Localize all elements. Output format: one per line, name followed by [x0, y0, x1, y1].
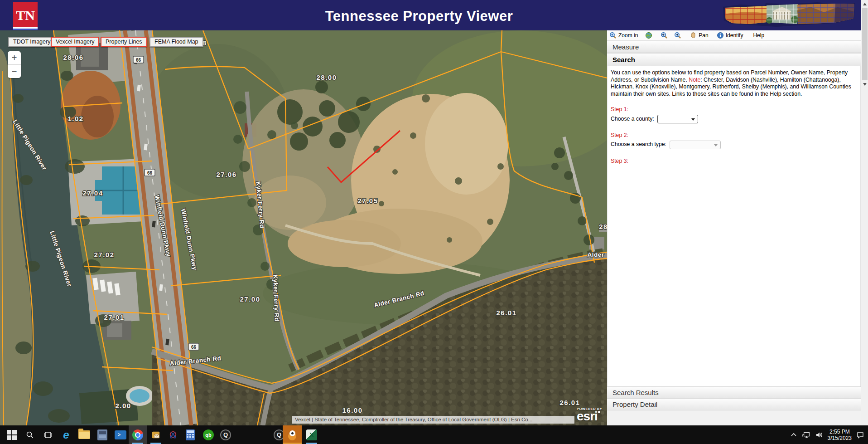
county-dropdown[interactable]: [657, 115, 698, 123]
parcel-label: 26.01: [559, 399, 580, 406]
pan-hand-icon: [690, 32, 697, 39]
taskbar-chrome[interactable]: [129, 425, 147, 444]
toolbar-zoom-in[interactable]: Zoom in: [609, 32, 638, 39]
windows-logo-icon: [7, 430, 17, 440]
route-shield-label: 66: [147, 171, 153, 176]
choose-county-label: Choose a county:: [611, 116, 654, 123]
tennessee-banner-image: [722, 0, 856, 29]
toolbar-identify[interactable]: Identify: [717, 32, 743, 39]
file-explorer-icon: [78, 430, 90, 439]
search-icon: [26, 431, 34, 439]
zoom-in-button[interactable]: +: [8, 51, 21, 64]
action-center-icon[interactable]: [856, 431, 864, 439]
scissors-icon: [169, 431, 177, 439]
system-tray: 2:55 PM 3/15/2023: [790, 425, 864, 444]
chrome-icon: [132, 429, 143, 440]
chevron-down-icon: [691, 118, 695, 121]
outlook-icon: [152, 431, 160, 439]
taskbar-file-explorer[interactable]: [75, 425, 93, 444]
identify-info-icon: [717, 32, 724, 39]
step2-label: Step 2:: [611, 132, 856, 139]
app-header: TN Tennessee Property Viewer: [0, 0, 861, 30]
start-button[interactable]: [3, 425, 21, 444]
section-search[interactable]: Search: [607, 53, 861, 66]
zoom-out-button[interactable]: −: [8, 64, 21, 78]
toolbar-full-extent[interactable]: [645, 32, 652, 39]
volume-icon[interactable]: [815, 431, 823, 439]
section-measure[interactable]: Measure: [607, 41, 861, 53]
esri-logo-dot: [598, 411, 600, 413]
zoom-previous-icon: [661, 32, 668, 39]
toolbar-previous-extent[interactable]: [661, 32, 668, 39]
taskbar-excel[interactable]: X: [303, 425, 321, 444]
parcel-label: 2.00: [115, 402, 131, 410]
toolbar-identify-label: Identify: [726, 32, 743, 39]
parcel-label: 27.00: [240, 295, 260, 303]
step1-label: Step 1:: [611, 106, 856, 113]
cartoon-eye-app-icon: [286, 429, 298, 441]
toolbar-pan[interactable]: Pan: [690, 32, 708, 39]
taskbar-powershell[interactable]: >_: [111, 425, 130, 444]
section-property-detail[interactable]: Property Detail: [607, 398, 861, 410]
zoom-in-icon: [609, 32, 617, 39]
tray-expand-chevron-icon[interactable]: [790, 431, 798, 439]
route-shield-label: 66: [136, 58, 141, 63]
calculator-icon: [186, 429, 195, 440]
scroll-down-arrow-icon[interactable]: [863, 83, 867, 86]
taskbar-outlook[interactable]: [147, 425, 165, 444]
network-icon[interactable]: [802, 431, 810, 439]
page-title: Tennessee Property Viewer: [0, 8, 838, 24]
internet-explorer-icon: e: [63, 429, 69, 440]
parcel-label: 26.01: [496, 309, 516, 317]
clock-date: 3/15/2023: [828, 435, 852, 441]
layer-button-fema-flood-map[interactable]: FEMA Flood Map: [149, 37, 203, 47]
parcel-label: 16.00: [342, 406, 362, 414]
toolbox-icon: [97, 429, 107, 440]
search-panel-content: You can use the options below to find pr…: [607, 66, 861, 386]
map-canvas[interactable]: 66 66 66 Little Pigeon River Little Pige…: [0, 30, 607, 425]
parcel-label: 27.02: [94, 251, 114, 259]
globe-icon: [645, 32, 652, 39]
side-panel: Zoom in: [607, 30, 861, 425]
taskbar-calculator[interactable]: [181, 425, 199, 444]
layer-button-vexcel-imagery[interactable]: Vexcel Imagery: [51, 37, 99, 47]
chevron-down-icon: [714, 144, 718, 146]
parcel-label: 28.00: [316, 73, 337, 81]
note-label: Note: [689, 77, 700, 83]
scroll-up-arrow-icon[interactable]: [863, 3, 867, 5]
esri-logo-block: POWERED BY esri: [577, 407, 607, 422]
vertical-scrollbar[interactable]: [861, 0, 868, 425]
taskbar-quickbooks[interactable]: qb: [199, 425, 217, 444]
windows-taskbar: e >_: [0, 425, 868, 444]
layer-button-tdot-imagery[interactable]: TDOT Imagery: [8, 37, 55, 47]
aerial-imagery: 66 66 66 Little Pigeon River Little Pige…: [0, 30, 607, 425]
powershell-icon: >_: [115, 430, 126, 439]
search-intro-text: You can use the options below to find pr…: [611, 69, 856, 98]
map-attribution: Vexcel | State of Tennessee, Comptroller…: [292, 416, 574, 424]
taskbar-snipping-tool[interactable]: [164, 425, 182, 444]
taskbar-admin-tools[interactable]: [93, 425, 111, 444]
search-type-dropdown[interactable]: [670, 141, 721, 149]
panel-filler: [607, 410, 861, 425]
scrollbar-thumb[interactable]: [862, 8, 868, 80]
esri-logo: esri: [577, 409, 598, 423]
taskbar-q-app[interactable]: Q: [217, 425, 235, 444]
toolbar-next-extent[interactable]: [674, 32, 681, 39]
task-view-button[interactable]: [39, 425, 57, 444]
taskbar-active-orange-app[interactable]: [283, 425, 302, 444]
task-view-icon: [44, 431, 52, 439]
map-toolbar: Zoom in: [607, 30, 861, 41]
layer-button-property-lines[interactable]: Property Lines: [101, 37, 147, 47]
clock-time: 2:55 PM: [828, 429, 852, 435]
toolbar-help-label: Help: [753, 32, 764, 39]
taskbar-internet-explorer[interactable]: e: [57, 425, 75, 444]
toolbar-pan-label: Pan: [699, 32, 708, 39]
parcel-label: 27.04: [82, 189, 103, 197]
toolbar-help[interactable]: Help: [753, 32, 764, 39]
parcel-label: 28.06: [63, 54, 83, 61]
parcel-label: 27.05: [357, 197, 378, 205]
section-search-results[interactable]: Search Results: [607, 386, 861, 399]
taskbar-search-button[interactable]: [21, 425, 39, 444]
taskbar-clock[interactable]: 2:55 PM 3/15/2023: [828, 429, 852, 441]
zoom-next-icon: [674, 32, 681, 39]
